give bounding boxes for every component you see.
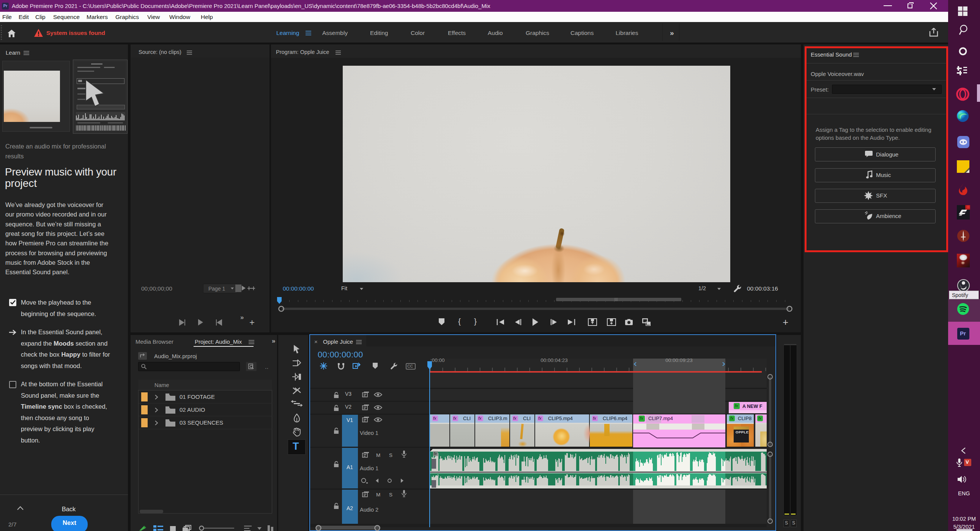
svg-text:fx: fx [434, 451, 437, 456]
